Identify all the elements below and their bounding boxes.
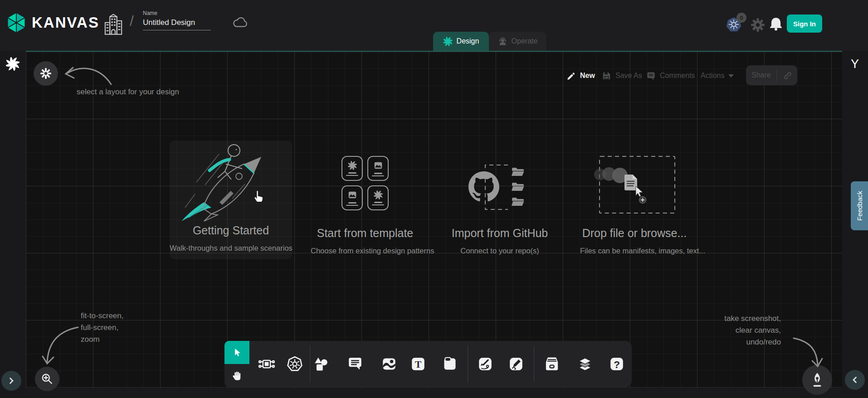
kubernetes-wheel-icon xyxy=(285,354,304,374)
breadcrumb-separator: / xyxy=(130,13,134,29)
shapes-icon xyxy=(312,355,330,373)
card-subtitle: Connect to your repo(s) xyxy=(445,247,554,255)
brand-name: KANVAS xyxy=(32,14,99,31)
drop-file-illustration xyxy=(594,153,678,217)
card-title: Drop file or browse... xyxy=(580,227,689,240)
screenshot-hint-arrow xyxy=(791,334,824,369)
design-canvas[interactable]: select a layout for your design New Save… xyxy=(26,51,842,388)
fountain-nib-icon xyxy=(810,372,824,388)
pen-path-icon xyxy=(476,355,494,373)
note-tool-button[interactable] xyxy=(440,354,460,374)
pen-tool-button[interactable] xyxy=(475,354,495,374)
share-label: Share xyxy=(751,71,771,79)
card-drop-file[interactable]: Drop file or browse... Files can be mani… xyxy=(580,141,689,263)
image-icon xyxy=(373,160,383,170)
pan-tool-button[interactable] xyxy=(224,364,249,387)
card-subtitle: Choose from existing design patterns xyxy=(311,247,419,255)
spiral-icon xyxy=(348,161,357,170)
drawer-tool-button[interactable] xyxy=(542,354,562,374)
component-chip-icon xyxy=(258,355,276,373)
svg-text:?: ? xyxy=(614,359,620,370)
toolbar-divider xyxy=(534,345,534,383)
layers-tool-button[interactable] xyxy=(575,354,595,374)
tab-operate[interactable]: Operate xyxy=(489,32,546,51)
collapse-panel-button[interactable] xyxy=(845,370,865,390)
template-tile-image xyxy=(341,185,363,210)
pencil-icon xyxy=(566,71,576,81)
sketch-tool-button[interactable] xyxy=(506,354,526,374)
image-tool-button[interactable] xyxy=(379,354,399,374)
brand-logo[interactable]: KANVAS xyxy=(5,12,99,34)
save-icon xyxy=(602,71,611,81)
feedback-label: Feedback xyxy=(856,191,863,221)
shapes-tool-button[interactable] xyxy=(311,354,331,374)
actions-dropdown[interactable]: Actions xyxy=(701,70,734,82)
select-tool-button[interactable] xyxy=(224,341,249,364)
layout-selector-button[interactable] xyxy=(34,61,58,86)
text-tool-button[interactable]: T xyxy=(408,354,428,374)
name-field-label: Name xyxy=(143,10,211,16)
draw-pen-button[interactable] xyxy=(802,365,832,395)
kubernetes-tool-button[interactable] xyxy=(285,354,305,374)
building-icon[interactable] xyxy=(103,13,123,39)
design-name-input[interactable] xyxy=(143,16,211,30)
meshery-spiral-icon[interactable] xyxy=(6,57,20,73)
save-as-button[interactable]: Save As xyxy=(602,70,642,82)
template-tile-image xyxy=(367,156,389,181)
text-icon: T xyxy=(409,355,427,373)
feedback-tab[interactable]: Feedback xyxy=(851,181,868,230)
zoom-in-magnifier-icon xyxy=(41,373,54,385)
actions-label: Actions xyxy=(701,72,724,80)
chevron-left-icon xyxy=(851,376,858,383)
card-getting-started[interactable]: Getting Started Walk-throughs and sample… xyxy=(170,141,292,259)
card-import-from-github[interactable]: Import from GitHub Connect to your repo(… xyxy=(445,141,554,263)
zoom-button[interactable] xyxy=(35,367,59,391)
note-icon xyxy=(441,355,459,373)
kanvas-app: KANVAS / xyxy=(0,0,868,398)
design-name-field: Name xyxy=(143,10,211,30)
zoom-hints-text: fit-to-screen, full-screen, zoom xyxy=(81,310,123,345)
expand-panel-button[interactable] xyxy=(1,371,21,391)
link-icon xyxy=(783,71,792,80)
card-title: Getting Started xyxy=(170,224,292,237)
layers-icon xyxy=(575,354,595,374)
image-icon xyxy=(347,190,357,200)
comments-button[interactable]: Comments xyxy=(646,70,695,82)
comment-tool-button[interactable] xyxy=(345,354,365,374)
new-button[interactable]: New xyxy=(566,70,595,82)
comment-bubble-icon xyxy=(346,355,364,373)
gear-icon[interactable] xyxy=(751,18,765,34)
sign-in-button[interactable]: Sign In xyxy=(787,15,822,33)
tab-operate-label: Operate xyxy=(512,37,538,45)
yaml-toggle[interactable]: Y xyxy=(848,57,862,71)
hand-tool-icon xyxy=(231,370,243,382)
tab-design[interactable]: Design xyxy=(433,32,489,51)
zoom-hint-arrow xyxy=(42,324,83,367)
chevron-right-icon xyxy=(8,377,15,384)
spiral-icon xyxy=(374,190,383,199)
share-divider xyxy=(776,70,777,81)
card-title: Start from template xyxy=(311,227,419,240)
operate-headset-icon xyxy=(498,37,507,46)
screenshot-hints-text: take screenshot, clear canvas, undo/redo xyxy=(686,313,781,348)
help-tool-button[interactable]: ? xyxy=(607,354,627,374)
bottom-toolbar: T xyxy=(249,341,632,387)
save-as-label: Save As xyxy=(615,72,642,80)
caret-down-icon xyxy=(728,74,734,78)
pointer-hand-cursor xyxy=(252,189,265,204)
layout-hint-text: select a layout for your design xyxy=(77,86,179,98)
card-start-from-template[interactable]: Start from template Choose from existing… xyxy=(311,141,419,263)
svg-text:T: T xyxy=(415,359,421,370)
bell-icon[interactable] xyxy=(769,17,783,33)
share-button[interactable]: Share xyxy=(746,65,797,85)
drawer-icon xyxy=(542,354,561,374)
github-import-illustration xyxy=(445,159,554,218)
tab-design-label: Design xyxy=(457,37,479,45)
toolbar-divider xyxy=(468,345,468,383)
sketch-pencil-icon xyxy=(507,355,525,373)
kubernetes-count-badge[interactable]: 0 xyxy=(736,13,746,23)
template-tile-spiral xyxy=(341,156,363,181)
component-tool-button[interactable] xyxy=(257,354,277,374)
layout-asterisk-icon xyxy=(40,68,52,79)
design-spiral-icon xyxy=(443,37,453,46)
